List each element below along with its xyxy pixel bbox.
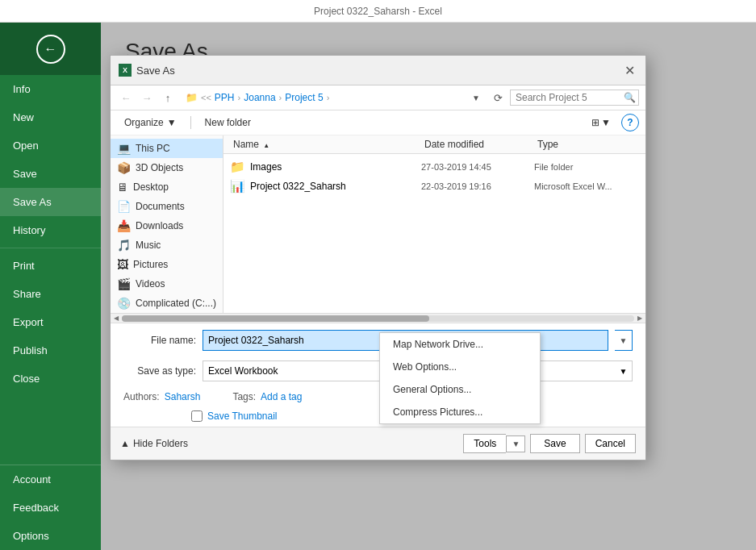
- nav-item-documents[interactable]: 📄 Documents: [111, 197, 223, 216]
- nav-item-this-pc[interactable]: 💻 This PC: [111, 139, 223, 158]
- sidebar-item-save[interactable]: Save: [0, 160, 101, 188]
- new-folder-button[interactable]: New folder: [198, 114, 258, 131]
- sidebar-item-new[interactable]: New: [0, 103, 101, 131]
- downloads-icon: 📥: [117, 219, 131, 232]
- col-name-header[interactable]: Name ▲: [230, 137, 421, 152]
- tools-dropdown-button[interactable]: ▼: [506, 435, 525, 452]
- col-date-header[interactable]: Date modified: [421, 137, 534, 152]
- dialog-toolbar: Organize ▼ New folder ⊞ ▼ ?: [111, 110, 645, 135]
- help-button[interactable]: ?: [621, 114, 639, 131]
- cancel-button[interactable]: Cancel: [585, 434, 636, 453]
- drive-icon: 💿: [117, 297, 131, 310]
- save-button[interactable]: Save: [530, 434, 579, 453]
- filetype-label: Save as type:: [123, 365, 196, 377]
- scroll-left-btn[interactable]: ◀: [112, 315, 120, 322]
- 3d-objects-icon: 📦: [117, 161, 131, 174]
- scroll-track: [122, 315, 634, 322]
- action-buttons: Tools ▼ Save Cancel: [463, 434, 636, 453]
- sidebar-item-open[interactable]: Open: [0, 131, 101, 160]
- back-button[interactable]: ←: [36, 35, 65, 64]
- file-items: 📁 Images 27-03-2019 14:45 File folder 📊 …: [223, 154, 645, 313]
- save-as-dialog: X Save As ✕ ← → ↑ 📁 << PPH › Joanna: [110, 55, 646, 460]
- menu-item-map-network[interactable]: Map Network Drive...: [380, 333, 540, 356]
- breadcrumb[interactable]: 📁 << PPH › Joanna › Project 5 › ▼: [180, 90, 486, 106]
- bc-joanna[interactable]: Joanna: [244, 92, 275, 103]
- folder-icon: 📁: [230, 160, 245, 174]
- sidebar-item-export[interactable]: Export: [0, 308, 101, 336]
- authors-group: Authors: Saharsh: [123, 391, 200, 402]
- sidebar: ← Info New Open Save Save As History Pri…: [0, 23, 101, 550]
- bc-pph[interactable]: PPH: [215, 92, 235, 103]
- hide-folders-arrow: ▲: [120, 438, 130, 449]
- view-button[interactable]: ⊞ ▼: [587, 115, 615, 131]
- authors-label: Authors:: [123, 391, 160, 402]
- dialog-close-button[interactable]: ✕: [621, 62, 637, 78]
- search-input[interactable]: [516, 92, 620, 103]
- tags-label: Tags:: [232, 391, 256, 402]
- sidebar-bottom: Account Feedback Options: [0, 465, 101, 550]
- file-row-project[interactable]: 📊 Project 0322_Saharsh 22-03-2019 19:16 …: [223, 177, 645, 196]
- menu-item-web-options[interactable]: Web Options...: [380, 356, 540, 378]
- tags-group: Tags: Add a tag: [232, 391, 302, 402]
- organize-button[interactable]: Organize ▼: [117, 114, 184, 131]
- dialog-bottom: ▲ Hide Folders Tools ▼ Save Cancel: [111, 427, 645, 460]
- sidebar-item-publish[interactable]: Publish: [0, 336, 101, 365]
- nav-item-3d-objects[interactable]: 📦 3D Objects: [111, 158, 223, 177]
- menu-item-general-options[interactable]: General Options...: [380, 378, 540, 401]
- nav-panel: 💻 This PC 📦 3D Objects 🖥 Desktop 📄: [111, 135, 223, 313]
- nav-item-downloads[interactable]: 📥 Downloads: [111, 216, 223, 235]
- filetype-row: Save as type: Excel Workbook ▼: [111, 357, 645, 388]
- authors-value[interactable]: Saharsh: [165, 391, 201, 402]
- nav-forward-button[interactable]: →: [138, 89, 156, 106]
- dialog-overlay: X Save As ✕ ← → ↑ 📁 << PPH › Joanna: [101, 23, 756, 550]
- horizontal-scrollbar[interactable]: ◀ ▶: [111, 313, 645, 323]
- thumbnail-label[interactable]: Save Thumbnail: [207, 410, 278, 422]
- col-type-header[interactable]: Type: [534, 137, 639, 152]
- menu-item-compress-pictures[interactable]: Compress Pictures...: [380, 401, 540, 423]
- videos-icon: 🎬: [117, 277, 131, 290]
- hide-folders-button[interactable]: ▲ Hide Folders: [120, 438, 188, 449]
- nav-item-pictures[interactable]: 🖼 Pictures: [111, 255, 223, 274]
- bc-project5[interactable]: Project 5: [285, 92, 323, 103]
- sidebar-item-history[interactable]: History: [0, 216, 101, 244]
- filename-dropdown-btn[interactable]: ▼: [615, 330, 633, 351]
- file-row-images[interactable]: 📁 Images 27-03-2019 14:45 File folder: [223, 157, 645, 177]
- scroll-right-btn[interactable]: ▶: [636, 315, 644, 322]
- tools-main-button[interactable]: Tools: [463, 434, 506, 453]
- sidebar-item-options[interactable]: Options: [0, 522, 101, 550]
- scroll-thumb[interactable]: [122, 315, 429, 322]
- nav-item-music[interactable]: 🎵 Music: [111, 235, 223, 255]
- nav-item-complicated[interactable]: 💿 Complicated (C:...): [111, 294, 223, 313]
- sidebar-back-area: ←: [0, 23, 101, 75]
- sidebar-item-share[interactable]: Share: [0, 280, 101, 308]
- sidebar-item-close[interactable]: Close: [0, 365, 101, 393]
- breadcrumb-bar: ← → ↑ 📁 << PPH › Joanna › Project 5 › ▼: [111, 85, 645, 110]
- bc-dropdown-arrow[interactable]: ▼: [472, 94, 480, 102]
- desktop-nav-icon: 🖥: [117, 181, 128, 194]
- dialog-title: Save As: [136, 65, 175, 77]
- nav-up-button[interactable]: ↑: [159, 89, 177, 106]
- sidebar-item-info[interactable]: Info: [0, 75, 101, 103]
- refresh-button[interactable]: ⟳: [489, 89, 507, 106]
- dialog-titlebar: X Save As ✕: [111, 56, 645, 85]
- nav-back-button[interactable]: ←: [117, 89, 135, 106]
- title-bar: Project 0322_Saharsh - Excel: [0, 0, 756, 23]
- toolbar-separator: [190, 116, 191, 129]
- sidebar-item-print[interactable]: Print: [0, 252, 101, 280]
- nav-item-videos[interactable]: 🎬 Videos: [111, 274, 223, 294]
- filename-label: File name:: [123, 335, 196, 346]
- meta-row: Authors: Saharsh Tags: Add a tag: [111, 388, 645, 406]
- thumbnail-checkbox[interactable]: [191, 410, 203, 422]
- tags-value[interactable]: Add a tag: [261, 391, 302, 402]
- sidebar-divider: [0, 248, 101, 248]
- search-icon: 🔍: [624, 92, 636, 103]
- dialog-body: 💻 This PC 📦 3D Objects 🖥 Desktop 📄: [111, 135, 645, 313]
- sidebar-item-account[interactable]: Account: [0, 465, 101, 494]
- breadcrumb-root-icon: 📁: [186, 92, 198, 103]
- view-dropdown-icon: ▼: [601, 117, 611, 128]
- file-list: Name ▲ Date modified Type: [223, 135, 645, 313]
- nav-item-desktop[interactable]: 🖥 Desktop: [111, 177, 223, 197]
- file-list-header: Name ▲ Date modified Type: [223, 135, 645, 154]
- sidebar-item-save-as[interactable]: Save As: [0, 188, 101, 216]
- sidebar-item-feedback[interactable]: Feedback: [0, 494, 101, 522]
